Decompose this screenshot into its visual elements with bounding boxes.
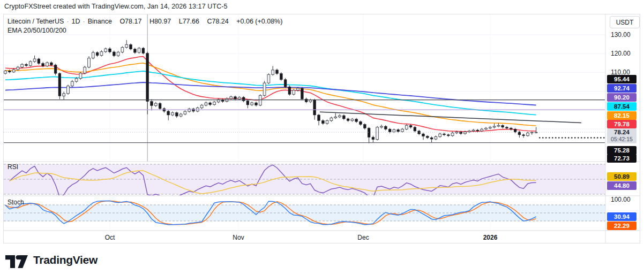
tradingview-logo-icon [5, 251, 28, 269]
exchange-label: Binance [88, 18, 112, 25]
stoch-label-30.94: 30.94 [607, 212, 636, 221]
price-label-79.78: 79.78 [607, 120, 636, 128]
time-label-Nov[interactable]: Nov [233, 234, 244, 241]
ohlc-close: C78.24 [207, 18, 228, 25]
price-label-87.54: 87.54 [607, 102, 636, 111]
rsi-pane-title[interactable]: RSI [8, 163, 18, 171]
tradingview-brand-text: TradingView [33, 254, 98, 266]
price-label-72.73: 72.73 [607, 154, 636, 163]
bar-countdown: 05:42:15 [607, 136, 636, 143]
price-label-75.28: 75.28 [607, 146, 636, 155]
attribution-text: CryptoFXStreet created with TradingView.… [4, 3, 228, 10]
rsi-label-50.89: 50.89 [607, 172, 636, 181]
price-label-90.20: 90.20 [607, 93, 636, 102]
price-label-92.74: 92.74 [607, 84, 636, 93]
ema-legend[interactable]: EMA 20/50/100/200 [8, 27, 66, 34]
interval-label[interactable]: 1D [72, 18, 80, 25]
ohlc-open: O78.17 [119, 18, 141, 25]
price-tick-130.00: 130.00 [611, 31, 631, 39]
footer-logo[interactable]: TradingView [5, 251, 98, 269]
ohlc-low: L77.66 [179, 18, 199, 25]
price-tick-120.00: 120.00 [611, 50, 631, 57]
stoch-label-22.29: 22.29 [607, 221, 636, 230]
chart-widget[interactable] [3, 14, 640, 243]
current-price-label: 78.2405:42:15 [607, 128, 636, 143]
ohlc-change: +0.06 (+0.08%) [236, 18, 282, 25]
stoch-tick-100: 100.00 [611, 196, 631, 203]
symbol-legend[interactable]: Litecoin / TetherUS·1D·Binance O78.17 H8… [8, 18, 288, 25]
price-label-95.44: 95.44 [607, 75, 636, 83]
stoch-pane-title[interactable]: Stoch [8, 198, 24, 206]
time-label-Dec[interactable]: Dec [357, 234, 369, 241]
symbol-name[interactable]: Litecoin / TetherUS·1D·Binance [8, 18, 112, 25]
current-price-value: 78.24 [607, 129, 636, 136]
rsi-label-44.80: 44.80 [607, 181, 636, 190]
time-label-2026[interactable]: 2026 [483, 234, 498, 241]
time-label-Oct[interactable]: Oct [105, 234, 115, 241]
ohlc-high: H80.97 [149, 18, 171, 25]
price-label-82.15: 82.15 [607, 111, 636, 120]
